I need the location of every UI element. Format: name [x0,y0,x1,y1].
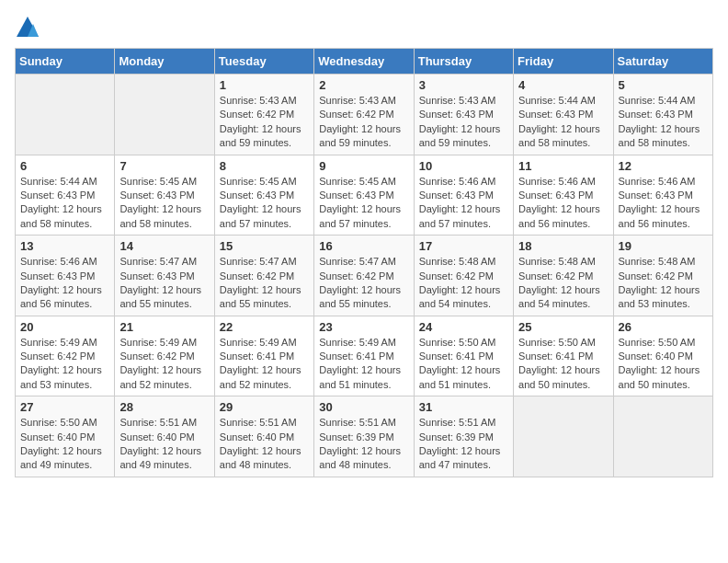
day-number: 21 [119,320,209,334]
day-info: Sunrise: 5:44 AM Sunset: 6:43 PM Dayligh… [619,94,708,151]
calendar-header-row: SundayMondayTuesdayWednesdayThursdayFrid… [16,49,713,75]
day-info: Sunrise: 5:49 AM Sunset: 6:42 PM Dayligh… [20,336,109,393]
day-number: 10 [419,159,508,173]
calendar-cell: 21Sunrise: 5:49 AM Sunset: 6:42 PM Dayli… [115,316,214,396]
calendar-cell [115,75,214,155]
day-number: 11 [518,159,608,173]
day-info: Sunrise: 5:45 AM Sunset: 6:43 PM Dayligh… [319,175,408,232]
day-number: 24 [419,320,508,334]
calendar-cell: 7Sunrise: 5:45 AM Sunset: 6:43 PM Daylig… [115,155,214,236]
calendar-cell: 28Sunrise: 5:51 AM Sunset: 6:40 PM Dayli… [115,396,214,477]
day-info: Sunrise: 5:45 AM Sunset: 6:43 PM Dayligh… [119,175,209,232]
calendar-week-5: 27Sunrise: 5:50 AM Sunset: 6:40 PM Dayli… [16,396,713,477]
day-number: 8 [220,159,309,173]
logo [15,15,44,40]
day-number: 17 [419,239,508,253]
day-number: 18 [518,239,608,253]
calendar-cell: 10Sunrise: 5:46 AM Sunset: 6:43 PM Dayli… [414,155,513,236]
day-info: Sunrise: 5:51 AM Sunset: 6:39 PM Dayligh… [419,416,508,473]
day-info: Sunrise: 5:51 AM Sunset: 6:40 PM Dayligh… [220,416,309,473]
day-info: Sunrise: 5:46 AM Sunset: 6:43 PM Dayligh… [419,175,508,232]
day-number: 23 [319,320,408,334]
column-header-thursday: Thursday [414,49,513,75]
day-number: 4 [518,78,608,92]
day-number: 2 [319,78,408,92]
day-info: Sunrise: 5:43 AM Sunset: 6:43 PM Dayligh… [419,94,508,151]
logo-icon [15,15,40,40]
column-header-tuesday: Tuesday [214,49,313,75]
calendar-cell: 5Sunrise: 5:44 AM Sunset: 6:43 PM Daylig… [613,75,712,155]
day-info: Sunrise: 5:51 AM Sunset: 6:40 PM Dayligh… [119,416,209,473]
day-number: 26 [619,320,708,334]
day-info: Sunrise: 5:50 AM Sunset: 6:41 PM Dayligh… [419,336,508,393]
calendar-cell: 9Sunrise: 5:45 AM Sunset: 6:43 PM Daylig… [314,155,414,236]
day-number: 14 [119,239,209,253]
calendar-cell: 13Sunrise: 5:46 AM Sunset: 6:43 PM Dayli… [16,236,115,316]
day-number: 6 [20,159,109,173]
day-number: 9 [319,159,408,173]
day-info: Sunrise: 5:47 AM Sunset: 6:43 PM Dayligh… [119,255,209,312]
calendar-cell: 17Sunrise: 5:48 AM Sunset: 6:42 PM Dayli… [414,236,513,316]
calendar-cell [16,75,115,155]
day-number: 12 [619,159,708,173]
calendar-cell: 19Sunrise: 5:48 AM Sunset: 6:42 PM Dayli… [613,236,712,316]
day-info: Sunrise: 5:49 AM Sunset: 6:42 PM Dayligh… [119,336,209,393]
calendar-cell: 27Sunrise: 5:50 AM Sunset: 6:40 PM Dayli… [16,396,115,477]
column-header-wednesday: Wednesday [314,49,414,75]
calendar-cell: 16Sunrise: 5:47 AM Sunset: 6:42 PM Dayli… [314,236,414,316]
day-info: Sunrise: 5:46 AM Sunset: 6:43 PM Dayligh… [619,175,708,232]
calendar-cell: 1Sunrise: 5:43 AM Sunset: 6:42 PM Daylig… [214,75,313,155]
day-info: Sunrise: 5:43 AM Sunset: 6:42 PM Dayligh… [220,94,309,151]
day-number: 20 [20,320,109,334]
calendar-cell: 3Sunrise: 5:43 AM Sunset: 6:43 PM Daylig… [414,75,513,155]
calendar-cell: 22Sunrise: 5:49 AM Sunset: 6:41 PM Dayli… [214,316,313,396]
day-info: Sunrise: 5:46 AM Sunset: 6:43 PM Dayligh… [518,175,608,232]
day-number: 31 [419,400,508,414]
day-number: 7 [119,159,209,173]
day-number: 27 [20,400,109,414]
calendar-cell: 25Sunrise: 5:50 AM Sunset: 6:41 PM Dayli… [514,316,613,396]
day-info: Sunrise: 5:50 AM Sunset: 6:41 PM Dayligh… [518,336,608,393]
day-info: Sunrise: 5:49 AM Sunset: 6:41 PM Dayligh… [220,336,309,393]
calendar-cell [514,396,613,477]
day-info: Sunrise: 5:46 AM Sunset: 6:43 PM Dayligh… [20,255,109,312]
day-number: 13 [20,239,109,253]
day-info: Sunrise: 5:47 AM Sunset: 6:42 PM Dayligh… [220,255,309,312]
column-header-saturday: Saturday [613,49,712,75]
day-info: Sunrise: 5:50 AM Sunset: 6:40 PM Dayligh… [20,416,109,473]
day-info: Sunrise: 5:49 AM Sunset: 6:41 PM Dayligh… [319,336,408,393]
calendar-week-3: 13Sunrise: 5:46 AM Sunset: 6:43 PM Dayli… [16,236,713,316]
calendar-cell: 26Sunrise: 5:50 AM Sunset: 6:40 PM Dayli… [613,316,712,396]
column-header-monday: Monday [115,49,214,75]
calendar-cell: 2Sunrise: 5:43 AM Sunset: 6:42 PM Daylig… [314,75,414,155]
day-number: 15 [220,239,309,253]
page-header [15,15,713,40]
calendar-cell: 15Sunrise: 5:47 AM Sunset: 6:42 PM Dayli… [214,236,313,316]
day-number: 25 [518,320,608,334]
calendar-cell: 6Sunrise: 5:44 AM Sunset: 6:43 PM Daylig… [16,155,115,236]
calendar-table: SundayMondayTuesdayWednesdayThursdayFrid… [15,48,713,477]
calendar-cell: 24Sunrise: 5:50 AM Sunset: 6:41 PM Dayli… [414,316,513,396]
day-info: Sunrise: 5:47 AM Sunset: 6:42 PM Dayligh… [319,255,408,312]
day-info: Sunrise: 5:50 AM Sunset: 6:40 PM Dayligh… [619,336,708,393]
day-info: Sunrise: 5:48 AM Sunset: 6:42 PM Dayligh… [619,255,708,312]
day-info: Sunrise: 5:48 AM Sunset: 6:42 PM Dayligh… [419,255,508,312]
calendar-cell: 12Sunrise: 5:46 AM Sunset: 6:43 PM Dayli… [613,155,712,236]
day-info: Sunrise: 5:44 AM Sunset: 6:43 PM Dayligh… [518,94,608,151]
day-info: Sunrise: 5:51 AM Sunset: 6:39 PM Dayligh… [319,416,408,473]
day-number: 22 [220,320,309,334]
calendar-cell: 23Sunrise: 5:49 AM Sunset: 6:41 PM Dayli… [314,316,414,396]
calendar-week-1: 1Sunrise: 5:43 AM Sunset: 6:42 PM Daylig… [16,75,713,155]
calendar-cell: 31Sunrise: 5:51 AM Sunset: 6:39 PM Dayli… [414,396,513,477]
calendar-cell: 14Sunrise: 5:47 AM Sunset: 6:43 PM Dayli… [115,236,214,316]
column-header-sunday: Sunday [16,49,115,75]
calendar-week-2: 6Sunrise: 5:44 AM Sunset: 6:43 PM Daylig… [16,155,713,236]
calendar-cell: 30Sunrise: 5:51 AM Sunset: 6:39 PM Dayli… [314,396,414,477]
calendar-cell: 29Sunrise: 5:51 AM Sunset: 6:40 PM Dayli… [214,396,313,477]
day-info: Sunrise: 5:48 AM Sunset: 6:42 PM Dayligh… [518,255,608,312]
day-number: 1 [220,78,309,92]
day-number: 29 [220,400,309,414]
calendar-cell: 18Sunrise: 5:48 AM Sunset: 6:42 PM Dayli… [514,236,613,316]
day-number: 16 [319,239,408,253]
day-number: 5 [619,78,708,92]
